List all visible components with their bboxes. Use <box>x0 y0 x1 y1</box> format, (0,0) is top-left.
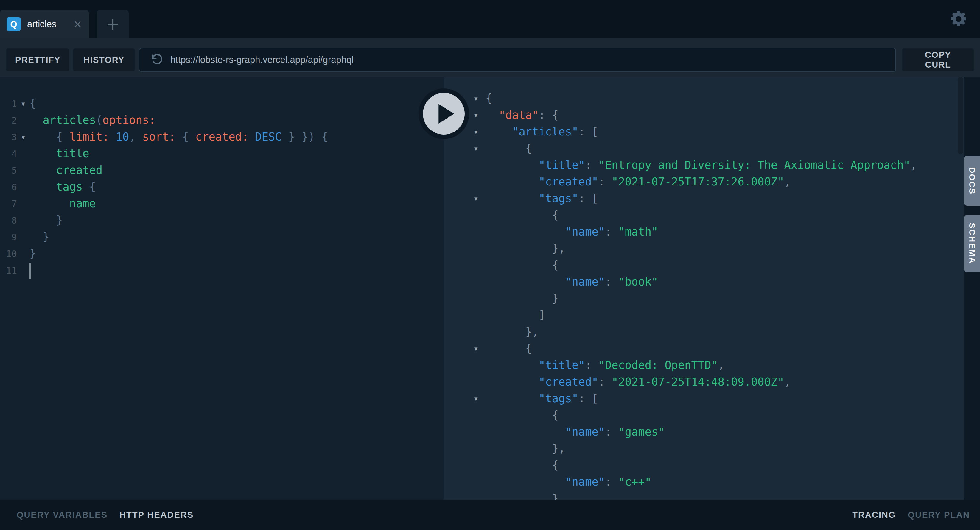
tab-label: articles <box>27 19 56 30</box>
history-button[interactable]: HISTORY <box>73 48 135 71</box>
response-line: ▼ "tags": [ <box>444 390 964 407</box>
response-line: { <box>444 257 964 274</box>
tab-bar: Q articles × + <box>0 0 980 38</box>
response-code: ▼{▼ "data": {▼ "articles": [▼ { "title":… <box>444 77 964 500</box>
code-text: } <box>30 245 36 262</box>
editor-line: 9 } <box>0 229 444 245</box>
response-line: }, <box>444 490 964 500</box>
fold-gutter <box>17 262 30 279</box>
code-text: { <box>485 140 532 157</box>
fold-toggle-icon[interactable]: ▼ <box>444 140 485 157</box>
code-text: } <box>30 212 62 229</box>
fold-gutter <box>444 374 485 390</box>
code-text: name <box>30 195 96 212</box>
code-text: "tags": [ <box>485 390 598 407</box>
fold-gutter <box>17 195 30 212</box>
response-line: { <box>444 207 964 224</box>
close-tab-icon[interactable]: × <box>73 17 82 31</box>
code-text: title <box>30 145 89 162</box>
editor-line: 11 <box>0 262 444 279</box>
tab-articles[interactable]: Q articles × <box>0 10 89 38</box>
response-line: }, <box>444 324 964 340</box>
new-tab-button[interactable]: + <box>97 10 129 38</box>
footer-left-group: QUERY VARIABLES HTTP HEADERS <box>17 510 194 520</box>
fold-gutter <box>17 212 30 229</box>
footer: QUERY VARIABLES HTTP HEADERS TRACING QUE… <box>0 500 980 530</box>
replay-icon <box>150 53 163 67</box>
code-text: } <box>30 229 49 245</box>
fold-gutter <box>444 274 485 290</box>
fold-toggle-icon[interactable]: ▼ <box>444 190 485 207</box>
query-variables-tab[interactable]: QUERY VARIABLES <box>17 510 108 520</box>
code-text: { <box>485 90 492 107</box>
code-text <box>30 262 31 279</box>
fold-toggle-icon[interactable]: ▼ <box>17 129 30 145</box>
response-line: "name": "book" <box>444 274 964 290</box>
query-plan-tab[interactable]: QUERY PLAN <box>908 510 970 520</box>
fold-toggle-icon[interactable]: ▼ <box>444 340 485 357</box>
fold-gutter <box>17 179 30 195</box>
prettify-button[interactable]: PRETTIFY <box>6 48 69 71</box>
response-viewer: ▼{▼ "data": {▼ "articles": [▼ { "title":… <box>444 77 964 500</box>
code-text: { <box>485 207 558 224</box>
fold-gutter <box>444 240 485 257</box>
line-number: 7 <box>0 195 17 212</box>
code-text: "title": "Decoded: OpenTTD", <box>485 357 724 374</box>
code-text: "title": "Entropy and Diversity: The Axi… <box>485 157 917 174</box>
fold-toggle-icon[interactable]: ▼ <box>444 390 485 407</box>
response-line: "name": "math" <box>444 224 964 240</box>
response-line: ▼ "data": { <box>444 107 964 124</box>
code-text: ] <box>485 307 546 324</box>
response-line: { <box>444 457 964 474</box>
fold-gutter <box>444 324 485 340</box>
tab-schema[interactable]: SCHEMA <box>964 215 980 272</box>
fold-gutter <box>444 207 485 224</box>
response-line: }, <box>444 440 964 457</box>
toolbar: PRETTIFY HISTORY https://lobste-rs-graph… <box>0 38 980 77</box>
execute-button[interactable] <box>418 89 469 139</box>
code-text: "name": "book" <box>485 274 658 290</box>
fold-gutter <box>444 490 485 500</box>
line-number: 10 <box>0 245 17 262</box>
code-text: }, <box>485 440 565 457</box>
side-strip <box>964 77 980 500</box>
line-number: 9 <box>0 229 17 245</box>
fold-gutter <box>17 112 30 129</box>
fold-gutter <box>444 290 485 307</box>
response-line: ▼ { <box>444 140 964 157</box>
fold-gutter <box>17 145 30 162</box>
tracing-tab[interactable]: TRACING <box>852 510 896 520</box>
code-text: created <box>30 162 102 179</box>
query-type-badge: Q <box>6 17 21 31</box>
play-icon <box>423 93 465 135</box>
code-text: { <box>485 340 532 357</box>
code-text: { <box>30 95 36 112</box>
line-number: 2 <box>0 112 17 129</box>
line-number: 11 <box>0 262 17 279</box>
main-area: 1▼{2 articles(options:3▼ { limit: 10, so… <box>0 77 980 500</box>
settings-button[interactable] <box>950 10 967 28</box>
fold-gutter <box>17 245 30 262</box>
code-text: "created": "2021-07-25T14:48:09.000Z", <box>485 374 791 390</box>
fold-gutter <box>17 229 30 245</box>
code-text: "name": "c++" <box>485 474 651 490</box>
line-number: 5 <box>0 162 17 179</box>
copy-curl-button[interactable]: COPY CURL <box>902 48 974 71</box>
line-number: 3 <box>0 129 17 145</box>
query-editor[interactable]: 1▼{2 articles(options:3▼ { limit: 10, so… <box>0 77 444 500</box>
code-text: "articles": [ <box>485 124 598 140</box>
response-line: ▼ "articles": [ <box>444 124 964 140</box>
http-headers-tab[interactable]: HTTP HEADERS <box>119 510 194 520</box>
fold-toggle-icon[interactable]: ▼ <box>17 95 30 112</box>
code-text: "data": { <box>485 107 558 124</box>
response-scrollbar[interactable] <box>958 77 963 154</box>
response-line: { <box>444 407 964 424</box>
code-text: }, <box>485 324 539 340</box>
code-text: { limit: 10, sort: { created: DESC } }) … <box>30 129 328 145</box>
editor-line: 10} <box>0 245 444 262</box>
fold-gutter <box>17 162 30 179</box>
endpoint-input[interactable]: https://lobste-rs-graph.vercel.app/api/g… <box>139 48 896 72</box>
code-text: "name": "math" <box>485 224 658 240</box>
line-number: 4 <box>0 145 17 162</box>
tab-docs[interactable]: DOCS <box>964 156 980 206</box>
